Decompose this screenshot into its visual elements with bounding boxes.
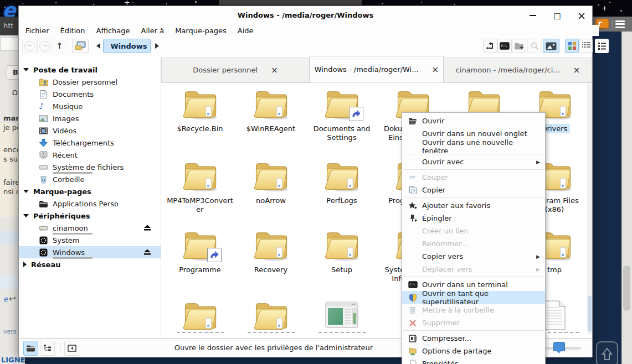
menu-item-ouvrir[interactable]: Ouvrir [402, 115, 545, 127]
menu-item-proprietes[interactable]: Propriétés [402, 357, 545, 364]
menu-aide[interactable]: Aide [238, 27, 254, 35]
maximize-button[interactable]: □ [552, 11, 562, 20]
toolbar: ← → ↑ Windows [19, 36, 592, 56]
tab-scroll-left-icon[interactable] [93, 39, 103, 53]
icon-view-button[interactable] [565, 39, 579, 53]
svg-text:C:\: C:\ [501, 44, 507, 48]
hide-panel-button[interactable] [64, 341, 79, 356]
menu-item-copier[interactable]: Copier [402, 184, 545, 196]
file-mp4tomp3converter[interactable]: MP4ToMP3Converter [166, 159, 234, 214]
window-title: Windows - /media/roger/Windows [19, 11, 592, 19]
file-winreagent[interactable]: $WinREAgent [237, 87, 305, 133]
up-button[interactable]: ↑ [52, 39, 67, 53]
menu-item-epingler[interactable]: Épingler [402, 212, 545, 225]
filesystem-icon [39, 163, 48, 172]
sidebar-section-marque-pages[interactable]: Marque-pages [19, 185, 161, 197]
scrollbar-thumb[interactable] [588, 296, 592, 331]
file-folder[interactable] [237, 299, 305, 333]
tab-close-icon[interactable]: × [432, 65, 439, 75]
forward-button[interactable]: → [37, 39, 52, 53]
file-noarrow[interactable]: noArrow [237, 159, 305, 205]
pin-plus-icon [408, 214, 418, 223]
sidebar-item-dossier-personnel[interactable]: Dossier personnel [19, 76, 161, 88]
sidebar-section-peripheriques[interactable]: Périphériques [19, 210, 161, 222]
path-button[interactable]: Windows [103, 39, 151, 53]
sidebar-item-images[interactable]: Images [19, 112, 161, 124]
sidebar-item-cinamoon[interactable]: cinamoon [19, 222, 161, 234]
tab-scroll-right-icon[interactable] [152, 39, 162, 53]
detailed-list-view-button[interactable] [595, 39, 609, 53]
show-thumbnails-button[interactable] [543, 39, 559, 53]
search-button[interactable] [527, 39, 542, 53]
tab-dossier-personnel[interactable]: Dossier personnel× [161, 58, 310, 82]
menu-separator [403, 330, 544, 331]
minimize-button[interactable] [528, 11, 538, 20]
menu-item-ajouter-aux-favoris[interactable]: Ajouter aux favoris [402, 199, 545, 212]
star-plus-icon [408, 201, 418, 210]
menu-item-copier-vers[interactable]: Copier vers▶ [402, 250, 545, 263]
file-folder[interactable] [166, 299, 234, 333]
places-home-button[interactable] [72, 39, 89, 53]
sidebar-item-corbeille[interactable]: Corbeille [19, 173, 161, 185]
sidebar-section-reseau[interactable]: Réseau [19, 258, 161, 271]
tab-close-icon[interactable]: × [271, 65, 278, 75]
scrollbar-thumb[interactable] [623, 266, 630, 311]
open-terminal-button[interactable]: C:\ [497, 39, 512, 53]
menu-marque-pages[interactable]: Marque-pages [175, 27, 227, 35]
sidebar-item-system[interactable]: System [19, 234, 161, 246]
background-scrollbar[interactable] [621, 32, 632, 364]
sidebar-item-recent[interactable]: Récent [19, 149, 161, 161]
menu-item-ouvrir-nouvelle-fenetre[interactable]: Ouvrir dans une nouvelle fenêtre [402, 140, 545, 153]
menu-icon[interactable] [615, 19, 625, 29]
compact-view-button[interactable] [579, 39, 593, 53]
show-tree-button[interactable] [40, 341, 55, 356]
link-fragment[interactable]: vers [3, 328, 17, 335]
new-folder-icon [514, 41, 525, 50]
file-setup[interactable]: Setup [307, 228, 376, 274]
jump-icon [486, 41, 495, 50]
svg-text:C:\: C:\ [409, 283, 415, 286]
reply-arrow-icon[interactable]: ↩ [9, 294, 16, 304]
file-perflogs[interactable]: PerfLogs [307, 159, 376, 205]
sidebar-item-windows[interactable]: Windows [19, 246, 161, 258]
file-view-scrollbar[interactable] [587, 83, 592, 334]
menu-item-options-de-partage[interactable]: Options de partage [402, 345, 545, 357]
zoom-slider[interactable] [543, 347, 581, 350]
menu-fichier[interactable]: Fichier [25, 27, 49, 35]
show-places-button[interactable] [23, 341, 38, 356]
eject-icon[interactable] [143, 224, 152, 231]
file-documents-and-settings[interactable]: Documents and Settings [307, 87, 376, 142]
menu-aller-a[interactable]: Aller à [141, 27, 165, 35]
sidebar-item-documents[interactable]: Documents [19, 88, 161, 100]
tab-cinamoon[interactable]: cinamoon - /media/roger/ci...× [444, 58, 592, 82]
menu-item-ouvrir-superutilisateur[interactable]: Ouvrir en tant que superutilisateur [402, 291, 545, 304]
back-button[interactable]: ← [22, 39, 37, 53]
close-button[interactable]: × [577, 11, 587, 20]
open-folder-icon [408, 117, 418, 126]
properties-icon [408, 360, 418, 364]
file-programme[interactable]: Programme [166, 228, 234, 274]
sidebar-item-telechargements[interactable]: Téléchargements [19, 137, 161, 149]
sidebar-item-videos[interactable]: Vidéos [19, 124, 161, 137]
sidebar-item-applications-perso[interactable]: Applications Perso [19, 197, 161, 210]
menu-affichage[interactable]: Affichage [96, 27, 130, 35]
file-application[interactable] [307, 299, 376, 333]
eject-icon[interactable] [143, 248, 152, 256]
file-recovery[interactable]: Recovery [237, 228, 305, 274]
scroll-to-top-button[interactable] [596, 341, 618, 364]
file-recycle-bin[interactable]: $Recycle.Bin [166, 87, 234, 133]
sidebar-item-musique[interactable]: ♪ Musique [19, 100, 161, 112]
titlebar[interactable]: Windows - /media/roger/Windows □ × [19, 6, 592, 25]
go-to-path-button[interactable] [483, 39, 497, 53]
menu-item-mettre-a-la-corbeille: Mettre à la corbeille [402, 304, 545, 316]
menu-item-compresser[interactable]: Compresser... [402, 332, 545, 345]
sidebar-item-systeme-de-fichiers[interactable]: Système de fichiers [19, 161, 161, 173]
sidebar-section-poste-de-travail[interactable]: Poste de travail [19, 64, 161, 76]
menu-edition[interactable]: Édition [60, 27, 85, 35]
tab-windows[interactable]: Windows - /media/roger/Wi...× [310, 56, 444, 82]
menu-item-ouvrir-avec[interactable]: Ouvrir avec▶ [402, 155, 545, 168]
tab-close-icon[interactable]: × [573, 65, 580, 75]
zoom-slider-handle[interactable] [553, 342, 565, 351]
menu-separator [403, 169, 544, 170]
new-folder-button[interactable] [512, 39, 526, 53]
